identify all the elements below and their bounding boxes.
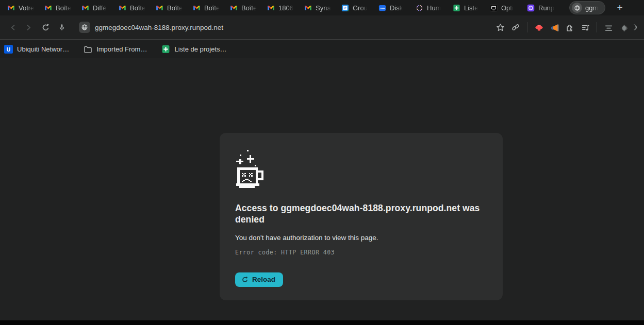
browser-window: Votre Boîte Diffé Boîte Boîte Boîte Boît… xyxy=(0,0,644,325)
back-button[interactable] xyxy=(5,20,21,35)
reload-button-toolbar[interactable] xyxy=(38,20,53,35)
tab-label: Boîte xyxy=(241,4,257,12)
copy-link-button[interactable] xyxy=(508,20,523,35)
error-title: Access to ggmegdoec04wah-8188.proxy.runp… xyxy=(235,202,487,225)
sidebar-list-button[interactable] xyxy=(601,20,616,35)
tab-label: Syna xyxy=(316,4,331,12)
tab-8[interactable]: 1806 xyxy=(267,0,304,15)
mic-button[interactable] xyxy=(54,20,70,35)
tab-strip: Votre Boîte Diffé Boîte Boîte Boîte Boît… xyxy=(0,0,644,15)
google-sheets-icon xyxy=(453,4,460,12)
error-code: Error code: HTTP ERROR 403 xyxy=(235,249,487,256)
gmail-icon xyxy=(44,4,52,12)
tab-label: ggm xyxy=(585,4,598,12)
bookmark-ubiquiti[interactable]: U Ubiquiti Networ… xyxy=(4,45,69,54)
toolbar-divider xyxy=(527,22,527,32)
extension-red-mascot-button[interactable] xyxy=(531,20,547,35)
svg-text:U: U xyxy=(7,47,10,53)
megaphone-icon xyxy=(550,23,559,32)
reload-button[interactable]: Reload xyxy=(235,272,283,287)
microphone-icon xyxy=(58,23,66,31)
error-message: You don't have authorization to view thi… xyxy=(235,234,487,242)
bookmark-imported-folder[interactable]: Imported From… xyxy=(84,45,147,54)
bottom-strip xyxy=(0,320,644,325)
star-icon xyxy=(496,23,505,32)
tab-label: Votre xyxy=(19,4,34,12)
google-calendar-icon: 2 xyxy=(341,4,349,12)
svg-text:DSM: DSM xyxy=(380,7,385,9)
media-playlist-button[interactable] xyxy=(577,20,593,35)
extensions-button[interactable] xyxy=(562,20,577,35)
bookmark-label: Ubiquiti Networ… xyxy=(17,45,69,53)
tab-11[interactable]: DSM Disk xyxy=(378,0,416,15)
sidebar-list-icon xyxy=(604,23,613,32)
new-tab-button[interactable]: + xyxy=(613,1,627,15)
page-content: Access to ggmegdoec04wah-8188.proxy.runp… xyxy=(0,59,644,320)
tab-10[interactable]: 2 Grou xyxy=(341,0,378,15)
bookmark-liste-projets[interactable]: Liste de projets… xyxy=(161,45,226,54)
tab-label: Diffé xyxy=(93,4,107,12)
link-icon xyxy=(511,23,520,31)
tab-label: Grou xyxy=(353,4,368,12)
forward-button[interactable] xyxy=(21,20,36,35)
globe-icon xyxy=(81,24,88,31)
tab-label: Boîte xyxy=(167,4,183,12)
toolbar: ggmegdoec04wah-8188.proxy.runpod.net xyxy=(0,15,644,39)
tab-label: Boîte xyxy=(56,4,71,12)
tab-1[interactable]: Votre xyxy=(7,0,44,15)
tab-3[interactable]: Diffé xyxy=(81,0,119,15)
tab-label: 1806 xyxy=(278,4,293,12)
tab-4[interactable]: Boîte xyxy=(119,0,156,15)
reload-button-label: Reload xyxy=(252,276,275,283)
bookmark-label: Liste de projets… xyxy=(174,45,226,53)
gmail-icon xyxy=(119,4,126,12)
back-icon xyxy=(9,23,18,32)
google-sheets-icon xyxy=(161,45,170,54)
runpod-icon xyxy=(527,4,535,12)
folder-icon xyxy=(84,45,92,54)
gmail-icon xyxy=(267,4,275,12)
tab-label: Disk xyxy=(390,4,403,12)
media-playlist-icon xyxy=(581,23,590,32)
tab-15[interactable]: Runp xyxy=(527,0,564,15)
tab-label: Hum xyxy=(427,4,441,12)
tab-label: Boîte xyxy=(204,4,220,12)
dsm-icon: DSM xyxy=(378,4,386,12)
bookmark-button[interactable] xyxy=(492,20,508,35)
hume-dots-icon xyxy=(416,4,423,12)
voice-waveform-button[interactable] xyxy=(616,20,632,35)
address-bar-url[interactable]: ggmegdoec04wah-8188.proxy.runpod.net xyxy=(95,24,223,31)
tab-7[interactable]: Boîte xyxy=(230,0,267,15)
screen-arcs-icon xyxy=(632,22,639,32)
tab-16-active[interactable]: ggm xyxy=(569,1,605,14)
sad-mug-icon xyxy=(235,149,267,189)
bookmarks-bar: U Ubiquiti Networ… Imported From… Liste … xyxy=(0,39,644,59)
tab-2[interactable]: Boîte xyxy=(44,0,81,15)
gmail-icon xyxy=(193,4,201,12)
tab-label: Runp xyxy=(538,4,554,12)
red-mascot-icon xyxy=(534,23,544,32)
tab-label: Opti xyxy=(501,4,514,12)
tab-5[interactable]: Boîte xyxy=(156,0,193,15)
site-info-badge[interactable] xyxy=(79,22,90,33)
toolbar-divider xyxy=(597,22,597,32)
tab-12[interactable]: Hum xyxy=(416,0,453,15)
svg-text:2: 2 xyxy=(344,6,346,10)
screen-arcs-button[interactable] xyxy=(632,20,639,35)
plus-icon: + xyxy=(617,2,622,13)
voice-waveform-icon xyxy=(620,23,629,32)
error-card: Access to ggmegdoec04wah-8188.proxy.runp… xyxy=(220,133,503,300)
tab-13[interactable]: Liste xyxy=(453,0,490,15)
tab-label: Boîte xyxy=(130,4,145,12)
extension-megaphone-button[interactable] xyxy=(547,20,562,35)
gmail-icon xyxy=(81,4,89,12)
tab-14[interactable]: Opti xyxy=(490,0,527,15)
puzzle-icon xyxy=(566,23,574,32)
tab-6[interactable]: Boîte xyxy=(193,0,230,15)
reload-icon xyxy=(41,23,50,32)
bookmark-label: Imported From… xyxy=(96,45,147,53)
ubiquiti-icon: U xyxy=(4,45,13,54)
forward-icon xyxy=(24,23,33,32)
tab-9[interactable]: Syna xyxy=(304,0,341,15)
gmail-icon xyxy=(230,4,238,12)
